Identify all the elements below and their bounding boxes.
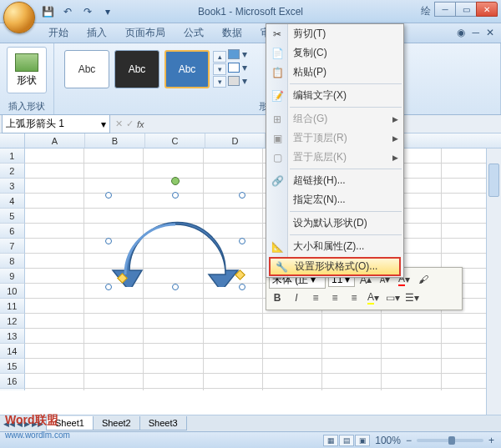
bullets-button[interactable]: ☰▾ [403, 290, 420, 305]
context-menu-item[interactable]: 📋粘贴(P) [266, 63, 403, 82]
cell[interactable] [204, 179, 263, 194]
cancel-icon[interactable]: ✕ [115, 118, 123, 129]
row-header[interactable]: 5 [0, 209, 25, 224]
row-header[interactable]: 17 [0, 389, 25, 390]
row-header[interactable]: 2 [0, 164, 25, 179]
cell[interactable] [263, 344, 322, 359]
cell[interactable] [25, 209, 84, 224]
cell[interactable] [263, 314, 322, 329]
cell[interactable] [25, 374, 84, 389]
cell[interactable] [25, 314, 84, 329]
cell[interactable] [84, 344, 144, 359]
fill-color-button[interactable]: A▾ [365, 290, 382, 305]
cell[interactable] [84, 179, 144, 194]
context-menu-item[interactable]: ✂剪切(T) [266, 24, 403, 43]
cell[interactable] [25, 224, 84, 239]
resize-handle-ne[interactable] [239, 192, 245, 199]
name-box[interactable]: 上弧形箭头 1▾ [2, 114, 110, 133]
cell[interactable] [25, 359, 84, 374]
col-header-c[interactable]: C [145, 133, 205, 148]
cell[interactable] [25, 164, 84, 179]
cell[interactable] [204, 148, 263, 164]
enter-icon[interactable]: ✓ [126, 118, 134, 129]
resize-handle-se[interactable] [239, 284, 245, 290]
cell[interactable] [204, 359, 263, 374]
cell[interactable] [84, 314, 144, 329]
cell[interactable] [25, 329, 84, 344]
qat-dropdown-icon[interactable]: ▾ [100, 4, 115, 19]
cell[interactable] [204, 314, 263, 329]
row-header[interactable]: 1 [0, 148, 25, 164]
row-header[interactable]: 14 [0, 344, 25, 359]
vertical-scrollbar[interactable] [486, 148, 501, 415]
col-header-a[interactable]: A [25, 133, 85, 148]
context-menu-item[interactable]: 🔗超链接(H)... [266, 171, 403, 190]
help-icon[interactable]: ◉ [457, 27, 465, 38]
zoom-out-button[interactable]: − [406, 435, 412, 446]
cell[interactable] [84, 299, 144, 314]
context-menu-item[interactable]: 🔧设置形状格式(O)... [269, 257, 401, 276]
zoom-in-button[interactable]: + [488, 435, 494, 446]
cell[interactable] [84, 359, 144, 374]
cell[interactable] [382, 374, 441, 389]
context-menu-item[interactable]: 📝编辑文字(X) [266, 86, 403, 105]
cell[interactable] [322, 359, 382, 374]
row-header[interactable]: 8 [0, 254, 25, 269]
office-button[interactable] [3, 2, 35, 33]
cell[interactable] [84, 329, 144, 344]
context-menu-item[interactable]: 指定宏(N)... [266, 190, 403, 209]
cell[interactable] [144, 314, 203, 329]
cell[interactable] [204, 389, 263, 390]
resize-handle-n[interactable] [172, 192, 179, 199]
cell[interactable] [263, 389, 322, 390]
cell[interactable] [25, 239, 84, 254]
rotation-handle[interactable] [171, 177, 180, 185]
shape-effects-button[interactable]: ▾ [228, 75, 247, 87]
cell[interactable] [25, 284, 84, 299]
cell[interactable] [84, 389, 144, 390]
sheet-tab-3[interactable]: Sheet3 [139, 416, 187, 430]
align-center-button[interactable]: ≡ [326, 290, 343, 305]
cell[interactable] [144, 329, 203, 344]
tab-insert[interactable]: 插入 [78, 23, 115, 43]
resize-handle-w[interactable] [105, 238, 112, 244]
view-pagebreak-button[interactable]: ▣ [355, 435, 370, 446]
row-header[interactable]: 11 [0, 299, 25, 314]
cell[interactable] [84, 164, 144, 179]
resize-handle-nw[interactable] [105, 192, 112, 199]
resize-handle-s[interactable] [172, 284, 179, 290]
cell[interactable] [25, 344, 84, 359]
tab-page-layout[interactable]: 页面布局 [117, 23, 174, 43]
scrollbar-thumb[interactable] [488, 164, 499, 197]
cell[interactable] [144, 299, 203, 314]
zoom-level[interactable]: 100% [375, 435, 401, 446]
col-header-b[interactable]: B [85, 133, 145, 148]
redo-icon[interactable]: ↷ [80, 4, 95, 19]
cell[interactable] [25, 179, 84, 194]
cell[interactable] [25, 194, 84, 209]
style-preset-2[interactable]: Abc [114, 50, 159, 88]
context-menu-item[interactable]: 📄复制(C) [266, 43, 403, 63]
tab-home[interactable]: 开始 [40, 23, 77, 43]
cell[interactable] [322, 374, 382, 389]
cell[interactable] [144, 148, 203, 164]
col-header-d[interactable]: D [205, 133, 266, 148]
cell[interactable] [25, 299, 84, 314]
row-header[interactable]: 15 [0, 359, 25, 374]
cell[interactable] [382, 359, 441, 374]
align-right-button[interactable]: ≡ [346, 290, 362, 305]
shape-outline-button[interactable]: ▾ [228, 62, 247, 73]
cell[interactable] [84, 148, 144, 164]
cell[interactable] [204, 374, 263, 389]
row-header[interactable]: 6 [0, 224, 25, 239]
cell[interactable] [25, 148, 84, 164]
row-header[interactable]: 16 [0, 374, 25, 389]
cell[interactable] [263, 329, 322, 344]
gallery-more-icon[interactable]: ▾ [213, 76, 226, 88]
shape-fill-button[interactable]: ▾ [228, 48, 247, 60]
cell[interactable] [144, 344, 203, 359]
style-preset-3[interactable]: Abc [164, 50, 210, 88]
zoom-slider[interactable] [417, 439, 483, 442]
cell[interactable] [322, 389, 382, 390]
cell[interactable] [382, 389, 441, 390]
